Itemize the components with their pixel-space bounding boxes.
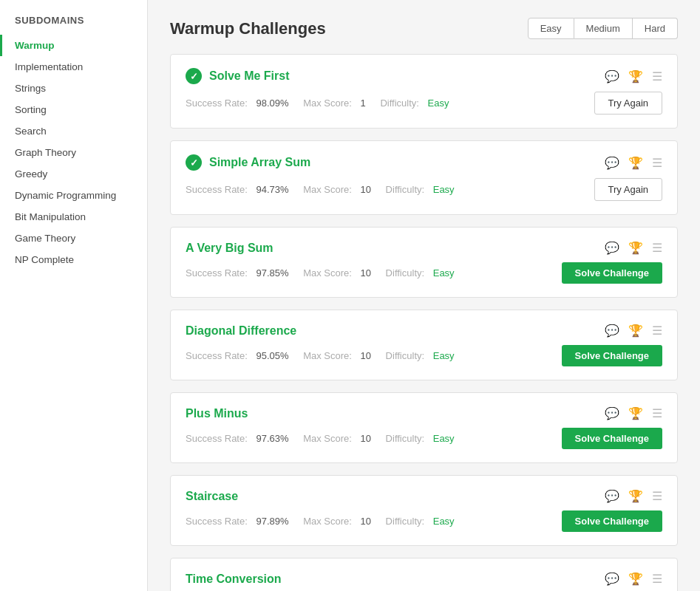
challenge-card-plus-minus: Plus Minus 💬 🏆 ☰ Success Rate: 97.63% Ma… (170, 392, 678, 463)
medium-filter-button[interactable]: Medium (574, 18, 633, 39)
difficulty-label: Difficulty: Easy (386, 267, 461, 279)
list-icon[interactable]: ☰ (652, 69, 662, 83)
card-title-area: Plus Minus (186, 407, 248, 420)
success-rate-label: Success Rate: 94.73% (186, 184, 295, 195)
comment-icon[interactable]: 💬 (605, 69, 619, 83)
difficulty-label: Difficulty: Easy (386, 184, 461, 195)
hard-filter-button[interactable]: Hard (633, 18, 678, 39)
card-top: Plus Minus 💬 🏆 ☰ (186, 406, 662, 420)
solved-icon (186, 68, 202, 84)
challenge-card-simple-array-sum: Simple Array Sum 💬 🏆 ☰ Success Rate: 94.… (170, 140, 678, 215)
challenge-card-a-very-big-sum: A Very Big Sum 💬 🏆 ☰ Success Rate: 97.85… (170, 227, 678, 298)
difficulty-label: Difficulty: Easy (386, 433, 461, 444)
card-meta: Success Rate: 97.85% Max Score: 10 Diffi… (186, 267, 466, 279)
solve-challenge-button[interactable]: Solve Challenge (562, 345, 662, 366)
card-title-area: Solve Me First (186, 68, 289, 84)
sidebar-item-warmup[interactable]: Warmup (0, 35, 147, 56)
challenge-title[interactable]: A Very Big Sum (186, 242, 273, 255)
challenge-card-staircase: Staircase 💬 🏆 ☰ Success Rate: 97.89% Max… (170, 475, 678, 546)
comment-icon[interactable]: 💬 (605, 324, 619, 338)
list-icon[interactable]: ☰ (652, 406, 662, 420)
list-icon[interactable]: ☰ (652, 572, 662, 586)
card-action-icons: 💬 🏆 ☰ (605, 406, 662, 420)
card-action-icons: 💬 🏆 ☰ (605, 572, 662, 586)
list-icon[interactable]: ☰ (652, 489, 662, 503)
card-title-area: Staircase (186, 490, 238, 503)
card-bottom: Success Rate: 94.73% Max Score: 10 Diffi… (186, 178, 662, 201)
card-top: Solve Me First 💬 🏆 ☰ (186, 68, 662, 84)
card-meta: Success Rate: 98.09% Max Score: 1 Diffic… (186, 98, 461, 109)
main-header: Warmup Challenges Easy Medium Hard (170, 18, 678, 39)
max-score-label: Max Score: 10 (303, 267, 377, 279)
challenges-list: Solve Me First 💬 🏆 ☰ Success Rate: 98.09… (170, 54, 678, 591)
card-meta: Success Rate: 95.05% Max Score: 10 Diffi… (186, 350, 466, 361)
sidebar-item-greedy[interactable]: Greedy (0, 163, 147, 185)
max-score-label: Max Score: 1 (303, 98, 372, 109)
sidebar-title: Subdomains (0, 15, 147, 35)
challenge-title[interactable]: Staircase (186, 490, 238, 503)
comment-icon[interactable]: 💬 (605, 241, 619, 255)
sidebar-item-game-theory[interactable]: Game Theory (0, 228, 147, 249)
trophy-icon[interactable]: 🏆 (628, 572, 643, 586)
trophy-icon[interactable]: 🏆 (628, 324, 643, 338)
sidebar-item-implementation[interactable]: Implementation (0, 56, 147, 78)
card-top: Diagonal Difference 💬 🏆 ☰ (186, 324, 662, 338)
solve-challenge-button[interactable]: Solve Challenge (562, 262, 662, 284)
challenge-title[interactable]: Solve Me First (209, 69, 289, 83)
sidebar: Subdomains WarmupImplementationStringsSo… (0, 0, 148, 591)
card-title-area: A Very Big Sum (186, 242, 273, 255)
challenge-card-solve-me-first: Solve Me First 💬 🏆 ☰ Success Rate: 98.09… (170, 54, 678, 129)
challenge-title[interactable]: Simple Array Sum (209, 156, 310, 169)
sidebar-item-dynamic-programming[interactable]: Dynamic Programming (0, 185, 147, 206)
try-again-button[interactable]: Try Again (594, 178, 662, 201)
max-score-label: Max Score: 10 (303, 350, 377, 361)
trophy-icon[interactable]: 🏆 (628, 241, 643, 255)
main-content: Warmup Challenges Easy Medium Hard Solve… (148, 0, 700, 591)
card-title-area: Simple Array Sum (186, 154, 310, 171)
comment-icon[interactable]: 💬 (605, 572, 619, 586)
comment-icon[interactable]: 💬 (605, 489, 619, 503)
sidebar-item-sorting[interactable]: Sorting (0, 99, 147, 120)
card-bottom: Success Rate: 97.63% Max Score: 10 Diffi… (186, 428, 662, 449)
difficulty-label: Difficulty: Easy (386, 516, 461, 527)
challenge-card-diagonal-difference: Diagonal Difference 💬 🏆 ☰ Success Rate: … (170, 310, 678, 380)
solve-challenge-button[interactable]: Solve Challenge (562, 428, 662, 449)
success-rate-label: Success Rate: 97.63% (186, 433, 295, 444)
trophy-icon[interactable]: 🏆 (628, 406, 643, 420)
card-action-icons: 💬 🏆 ☰ (605, 324, 662, 338)
success-rate-label: Success Rate: 97.89% (186, 516, 295, 527)
card-top: Simple Array Sum 💬 🏆 ☰ (186, 154, 662, 171)
comment-icon[interactable]: 💬 (605, 156, 619, 170)
sidebar-item-graph-theory[interactable]: Graph Theory (0, 142, 147, 163)
card-top: Staircase 💬 🏆 ☰ (186, 489, 662, 503)
comment-icon[interactable]: 💬 (605, 406, 619, 420)
difficulty-label: Difficulty: Easy (380, 98, 455, 109)
list-icon[interactable]: ☰ (652, 241, 662, 255)
challenge-title[interactable]: Time Conversion (186, 573, 282, 586)
solved-icon (186, 154, 202, 171)
list-icon[interactable]: ☰ (652, 156, 662, 170)
trophy-icon[interactable]: 🏆 (628, 69, 643, 83)
app-layout: Subdomains WarmupImplementationStringsSo… (0, 0, 700, 591)
max-score-label: Max Score: 10 (303, 433, 377, 444)
easy-filter-button[interactable]: Easy (528, 18, 574, 39)
list-icon[interactable]: ☰ (652, 324, 662, 338)
card-bottom: Success Rate: 97.85% Max Score: 10 Diffi… (186, 262, 662, 284)
card-bottom: Success Rate: 97.89% Max Score: 10 Diffi… (186, 510, 662, 532)
challenge-card-time-conversion: Time Conversion 💬 🏆 ☰ Success Rate: 84.1… (170, 558, 678, 591)
success-rate-label: Success Rate: 97.85% (186, 267, 295, 279)
sidebar-item-strings[interactable]: Strings (0, 78, 147, 99)
card-bottom: Success Rate: 98.09% Max Score: 1 Diffic… (186, 92, 662, 115)
challenge-title[interactable]: Diagonal Difference (186, 324, 296, 338)
solve-challenge-button[interactable]: Solve Challenge (562, 510, 662, 532)
trophy-icon[interactable]: 🏆 (628, 489, 643, 503)
challenge-title[interactable]: Plus Minus (186, 407, 248, 420)
card-top: A Very Big Sum 💬 🏆 ☰ (186, 241, 662, 255)
card-action-icons: 💬 🏆 ☰ (605, 489, 662, 503)
trophy-icon[interactable]: 🏆 (628, 156, 643, 170)
sidebar-item-search[interactable]: Search (0, 120, 147, 142)
sidebar-item-np-complete[interactable]: NP Complete (0, 249, 147, 270)
sidebar-item-bit-manipulation[interactable]: Bit Manipulation (0, 206, 147, 228)
try-again-button[interactable]: Try Again (594, 92, 662, 115)
card-action-icons: 💬 🏆 ☰ (605, 69, 662, 83)
